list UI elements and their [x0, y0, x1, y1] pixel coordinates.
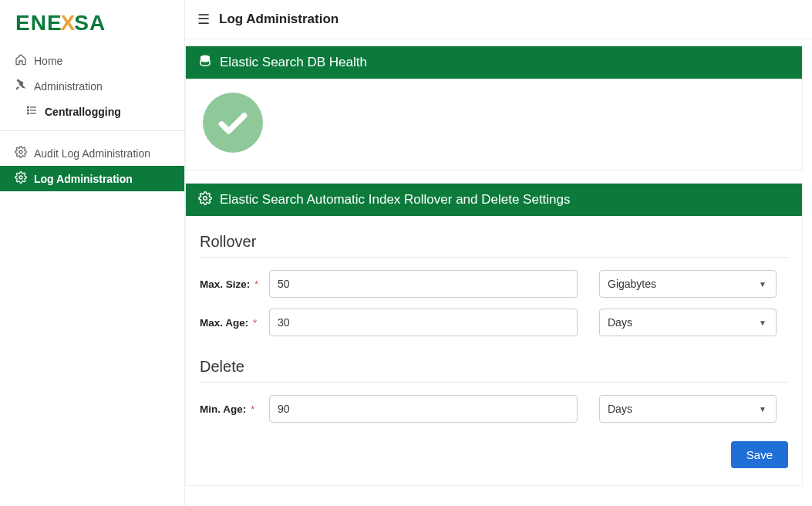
- gear-icon: [198, 191, 212, 208]
- actions-row: Save: [200, 433, 788, 468]
- brand-text-pre: ENE: [15, 11, 62, 35]
- card-db-health: Elastic Search DB Health: [185, 46, 803, 170]
- max-age-input[interactable]: [269, 309, 578, 336]
- max-age-label: Max. Age: *: [200, 317, 261, 329]
- max-age-unit-value: Days: [608, 316, 632, 329]
- nav-separator: [0, 130, 184, 131]
- nav-log-admin[interactable]: Log Administration: [0, 166, 184, 191]
- svg-point-6: [19, 150, 22, 153]
- svg-rect-3: [30, 110, 36, 110]
- brand-text-x: X: [61, 11, 76, 35]
- list-icon: [25, 104, 39, 119]
- caret-down-icon: ▼: [759, 280, 767, 288]
- nav-administration[interactable]: Administration: [0, 73, 184, 99]
- max-size-input[interactable]: [269, 270, 578, 298]
- card-db-health-title: Elastic Search DB Health: [220, 55, 367, 70]
- sidebar: ENEXSA Home Administration Centralloggin…: [0, 0, 185, 506]
- svg-rect-1: [30, 106, 36, 107]
- database-icon: [198, 54, 212, 71]
- svg-point-9: [204, 197, 207, 201]
- max-age-label-text: Max. Age:: [200, 317, 248, 329]
- row-max-age: Max. Age: * Days ▼: [200, 309, 788, 336]
- home-icon: [14, 53, 28, 68]
- nav-administration-label: Administration: [34, 80, 103, 93]
- card-db-health-header: Elastic Search DB Health: [186, 46, 802, 79]
- min-age-input[interactable]: [269, 395, 578, 423]
- nav-log-admin-label: Log Administration: [34, 173, 133, 185]
- tools-icon: [14, 79, 28, 93]
- save-button[interactable]: Save: [731, 441, 788, 468]
- topbar: ☰ Log Administration: [185, 0, 812, 39]
- caret-down-icon: ▼: [759, 319, 767, 327]
- health-status-ok-icon: [203, 93, 263, 153]
- brand-logo: ENEXSA: [0, 0, 184, 43]
- min-age-label: Min. Age: *: [200, 403, 261, 415]
- nav-centrallogging[interactable]: Centrallogging: [0, 99, 184, 124]
- menu-toggle-icon[interactable]: ☰: [197, 11, 210, 28]
- content: Elastic Search DB Health Elastic Search …: [185, 39, 812, 506]
- max-size-unit-value: Gigabytes: [608, 278, 656, 290]
- nav-audit-log-admin-label: Audit Log Administration: [34, 147, 150, 160]
- card-db-health-body: [186, 79, 802, 170]
- required-marker: *: [253, 317, 257, 329]
- gear-icon: [14, 171, 28, 186]
- rollover-heading: Rollover: [200, 233, 788, 258]
- row-max-size: Max. Size: * Gigabytes ▼: [200, 270, 788, 298]
- secondary-nav: Audit Log Administration Log Administrat…: [0, 137, 184, 191]
- nav-centrallogging-label: Centrallogging: [45, 106, 121, 118]
- card-index-settings-title: Elastic Search Automatic Index Rollover …: [220, 192, 571, 207]
- card-index-settings: Elastic Search Automatic Index Rollover …: [185, 183, 803, 486]
- page-title: Log Administration: [219, 12, 339, 27]
- max-size-unit-select[interactable]: Gigabytes ▼: [599, 270, 777, 298]
- nav-home-label: Home: [34, 55, 62, 67]
- card-index-settings-header: Elastic Search Automatic Index Rollover …: [186, 184, 802, 216]
- required-marker: *: [251, 403, 254, 415]
- max-age-unit-select[interactable]: Days ▼: [599, 309, 777, 336]
- svg-point-7: [19, 176, 22, 179]
- svg-rect-2: [27, 110, 29, 112]
- min-age-label-text: Min. Age:: [200, 403, 246, 415]
- min-age-unit-value: Days: [608, 403, 632, 415]
- primary-nav: Home Administration Centrallogging Audit…: [0, 43, 184, 191]
- main: ☰ Log Administration Elastic Search DB H…: [185, 0, 812, 506]
- gear-icon: [14, 146, 28, 160]
- nav-home[interactable]: Home: [0, 48, 184, 73]
- min-age-unit-select[interactable]: Days ▼: [599, 395, 777, 423]
- max-size-label-text: Max. Size:: [200, 278, 250, 290]
- brand-text-post: SA: [74, 11, 106, 35]
- nav-audit-log-admin[interactable]: Audit Log Administration: [0, 140, 184, 166]
- svg-rect-0: [27, 106, 29, 109]
- caret-down-icon: ▼: [759, 405, 767, 413]
- svg-rect-4: [27, 113, 29, 115]
- delete-heading: Delete: [200, 358, 788, 383]
- svg-rect-5: [30, 113, 36, 113]
- card-index-settings-body: Rollover Max. Size: * Gigabytes ▼ Max. A…: [186, 216, 802, 485]
- row-min-age: Min. Age: * Days ▼: [200, 395, 788, 423]
- required-marker: *: [254, 278, 258, 290]
- max-size-label: Max. Size: *: [200, 278, 261, 290]
